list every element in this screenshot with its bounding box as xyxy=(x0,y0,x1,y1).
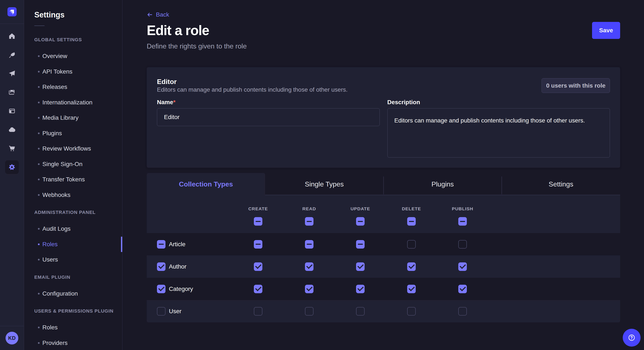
back-link[interactable]: Back xyxy=(147,0,169,18)
checkbox-article-create[interactable] xyxy=(254,240,262,249)
name-field[interactable] xyxy=(157,108,380,126)
subnav-item-roles[interactable]: Roles xyxy=(24,320,122,335)
row-checkbox-category[interactable] xyxy=(157,285,166,293)
checkbox-category-create[interactable] xyxy=(254,285,262,293)
rail-cart-icon[interactable] xyxy=(2,139,21,158)
checkbox-user-update[interactable] xyxy=(356,307,364,316)
checkbox-user-delete[interactable] xyxy=(407,307,416,316)
row-label: Author xyxy=(169,263,186,270)
checkbox-category-read[interactable] xyxy=(305,285,314,293)
subnav-item-label: Providers xyxy=(42,340,68,347)
bullet-icon xyxy=(38,178,40,180)
tab-collection-types[interactable]: Collection Types xyxy=(147,173,265,195)
subnav-item-audit-logs[interactable]: Audit Logs xyxy=(24,221,122,237)
subnav-item-label: Audit Logs xyxy=(42,225,70,232)
cell-author-publish xyxy=(437,262,488,271)
row-name-cell: User xyxy=(157,307,232,316)
row-label: User xyxy=(169,308,182,315)
question-icon xyxy=(628,334,635,341)
subnav-item-roles[interactable]: Roles xyxy=(24,237,122,252)
column-header-label: UPDATE xyxy=(350,206,370,212)
bullet-icon xyxy=(38,194,40,196)
home-icon xyxy=(8,32,16,40)
subnav-item-internationalization[interactable]: Internationalization xyxy=(24,95,122,110)
rail-paper-plane-icon[interactable] xyxy=(2,64,21,83)
rail-images-icon[interactable] xyxy=(2,83,21,102)
page-title: Edit a role xyxy=(147,22,209,39)
description-field[interactable]: Editors can manage and publish contents … xyxy=(388,108,610,158)
cell-category-update xyxy=(335,285,386,293)
subnav-item-releases[interactable]: Releases xyxy=(24,79,122,95)
checkbox-article-update[interactable] xyxy=(356,240,364,249)
subnav-item-configuration[interactable]: Configuration xyxy=(24,286,122,302)
layout-icon xyxy=(8,107,16,115)
subnav-item-plugins[interactable]: Plugins xyxy=(24,126,122,141)
subnav-item-label: Plugins xyxy=(42,130,62,137)
checkbox-user-publish[interactable] xyxy=(458,307,467,316)
main-content: Back Edit a role Save Define the rights … xyxy=(122,0,644,350)
subnav-item-api-tokens[interactable]: API Tokens xyxy=(24,64,122,80)
row-checkbox-article[interactable] xyxy=(157,240,166,249)
checkbox-author-update[interactable] xyxy=(356,262,364,271)
column-checkbox-update[interactable] xyxy=(356,217,364,226)
checkbox-user-create[interactable] xyxy=(254,307,262,316)
description-field-group: Description Editors can manage and publi… xyxy=(388,99,610,158)
checkbox-category-publish[interactable] xyxy=(458,285,467,293)
column-checkbox-delete[interactable] xyxy=(407,217,416,226)
checkbox-category-update[interactable] xyxy=(356,285,364,293)
rail-feather-icon[interactable] xyxy=(2,45,21,64)
column-header-label: CREATE xyxy=(248,206,268,212)
row-checkbox-user[interactable] xyxy=(157,307,166,316)
cell-user-update xyxy=(335,307,386,316)
permissions-table-body: ArticleAuthorCategoryUser xyxy=(147,233,620,322)
permissions-tablist: Collection TypesSingle TypesPluginsSetti… xyxy=(147,173,620,195)
cell-author-read xyxy=(284,262,335,271)
bullet-icon xyxy=(38,55,40,57)
row-checkbox-author[interactable] xyxy=(157,262,166,271)
subnav-section-label: USERS & PERMISSIONS PLUGIN xyxy=(34,308,122,314)
help-button[interactable] xyxy=(623,329,640,347)
save-button[interactable]: Save xyxy=(592,22,620,39)
rail-home-icon[interactable] xyxy=(2,27,21,45)
users-with-role-button[interactable]: 0 users with this role xyxy=(542,78,610,93)
cell-category-delete xyxy=(386,285,437,293)
subnav-item-media-library[interactable]: Media Library xyxy=(24,110,122,126)
subnav-item-webhooks[interactable]: Webhooks xyxy=(24,187,122,203)
checkbox-article-read[interactable] xyxy=(305,240,314,249)
avatar[interactable]: KD xyxy=(6,332,18,345)
column-checkbox-read[interactable] xyxy=(305,217,314,226)
checkbox-author-publish[interactable] xyxy=(458,262,467,271)
checkbox-user-read[interactable] xyxy=(305,307,314,316)
tab-settings[interactable]: Settings xyxy=(502,173,620,195)
subnav-item-users[interactable]: Users xyxy=(24,252,122,268)
strapi-logo[interactable] xyxy=(8,7,16,16)
tab-plugins[interactable]: Plugins xyxy=(384,173,502,195)
subnav-item-label: Configuration xyxy=(42,290,78,297)
subnav-item-label: Webhooks xyxy=(42,191,70,198)
rail-settings-button[interactable] xyxy=(5,160,19,174)
column-checkbox-create[interactable] xyxy=(254,217,262,226)
checkbox-author-create[interactable] xyxy=(254,262,262,271)
permissions-table: CREATEREADUPDATEDELETEPUBLISH ArticleAut… xyxy=(147,195,620,322)
subnav-item-transfer-tokens[interactable]: Transfer Tokens xyxy=(24,172,122,187)
bullet-icon xyxy=(38,71,40,72)
subnav-group: OverviewAPI TokensReleasesInternationali… xyxy=(24,48,122,203)
subnav-item-single-sign-on[interactable]: Single Sign-On xyxy=(24,157,122,172)
rail-layout-icon[interactable] xyxy=(2,102,21,120)
rail-cloud-icon[interactable] xyxy=(2,120,21,139)
back-label: Back xyxy=(156,11,169,18)
subnav-item-review-workflows[interactable]: Review Workflows xyxy=(24,141,122,157)
checkbox-author-read[interactable] xyxy=(305,262,314,271)
checkbox-article-delete[interactable] xyxy=(407,240,416,249)
subnav-item-providers[interactable]: Providers xyxy=(24,335,122,350)
column-checkbox-publish[interactable] xyxy=(458,217,467,226)
cell-user-publish xyxy=(437,307,488,316)
cell-category-create xyxy=(232,285,284,293)
subnav-item-overview[interactable]: Overview xyxy=(24,48,122,64)
tab-single-types[interactable]: Single Types xyxy=(265,173,384,195)
subnav-section-label: GLOBAL SETTINGS xyxy=(34,37,122,43)
permission-column-read: READ xyxy=(284,195,335,233)
checkbox-author-delete[interactable] xyxy=(407,262,416,271)
checkbox-article-publish[interactable] xyxy=(458,240,467,249)
checkbox-category-delete[interactable] xyxy=(407,285,416,293)
